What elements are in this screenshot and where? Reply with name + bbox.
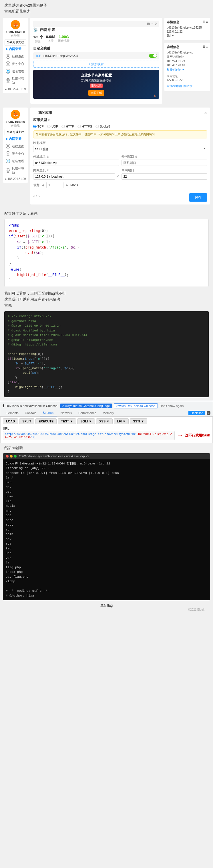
app-back-icon[interactable]: ← <box>33 111 37 115</box>
diag-wan-label: 外网访问地址 <box>167 55 208 59</box>
cmd-line-2: listening on [any] 22 ... <box>6 466 207 471</box>
protocol-udp[interactable]: UDP <box>47 125 58 128</box>
cmd-line-15: run <box>6 527 207 532</box>
footer-watermark: ©2021 Blogit <box>4 608 209 611</box>
bandwidth-input[interactable] <box>46 182 63 188</box>
hackbar-xss-btn[interactable]: XSS ▼ <box>96 418 113 424</box>
push-btn-2[interactable]: 外观可以支收 <box>5 129 26 135</box>
protocol-tcp[interactable]: TCP <box>33 125 44 128</box>
add-mapping-btn[interactable]: + 添加映射 <box>33 61 159 68</box>
menu-item-service-1[interactable]: ⚙ 服务中心 <box>5 60 26 67</box>
menu-item-intranet-1[interactable]: 内网穿透 <box>5 45 26 53</box>
intro-line2: 首先配置花生壳 <box>4 9 209 14</box>
menu-item-intranet-2[interactable]: 内网穿透 <box>5 135 26 143</box>
menu-item-remote-1[interactable]: 🖥 远程桌面 <box>5 53 26 60</box>
menu-label-intranet-2: 内网穿透 <box>9 137 22 141</box>
menu-label-feedback-1: 反馈和帮助 <box>12 76 25 85</box>
tab-network[interactable]: Network <box>58 410 75 416</box>
local-clear-icon[interactable]: ✕ <box>116 175 119 179</box>
cmd-max-dot[interactable] <box>14 455 17 458</box>
stat-upload: 0.0/M 上传 <box>46 35 56 44</box>
push-btn-1[interactable]: 外观可以支收 <box>5 39 26 45</box>
hackbar-tab[interactable]: HackBar <box>188 411 205 415</box>
footer-text: 拿到flag <box>4 603 209 608</box>
menu-icon-remote-1: 🖥 <box>6 54 10 59</box>
protocol-http[interactable]: HTTP <box>61 125 74 128</box>
diag-link[interactable]: 前往检测端口和链接 <box>167 84 208 88</box>
cmd-line-4: ls / <box>6 475 207 480</box>
radio-http <box>61 125 65 128</box>
analysis-text: 我们可以看到，正则匹配到flag就不行 这里我们可以利用反弹shell来解决 首… <box>0 288 213 310</box>
form-input-local-port[interactable] <box>122 173 208 180</box>
bandwidth-right-icon[interactable]: ▶ <box>66 183 68 187</box>
menu-item-feedback-1[interactable]: 💬 反馈和帮助 <box>5 75 26 86</box>
t1-line17: } <box>8 390 205 394</box>
ad-learn-more-btn[interactable]: 立即了解 <box>88 90 104 96</box>
t1-line4: # @Last Modified by: hixa <box>8 328 205 333</box>
hackbar-sqli-btn[interactable]: SQLI ▼ <box>77 418 95 424</box>
menu-label-service-1: 服务中心 <box>12 62 24 66</box>
menu-label-feedback-2: 反馈和帮助 <box>12 166 25 175</box>
hackbar-load-btn[interactable]: LOAD <box>3 418 18 424</box>
hackbar-test-btn[interactable]: TEST ▼ <box>58 418 76 424</box>
stat-tunnels-val: 1/2 个 <box>33 35 43 40</box>
diag-more[interactable]: 和其他地址 ▼ <box>167 68 208 72</box>
stat-tunnels-label: 隧道 <box>33 40 43 44</box>
hackbar-split-btn[interactable]: SPLIT <box>19 418 34 424</box>
analysis-line1: 我们可以看到，正则匹配到flag就不行 <box>4 290 209 297</box>
cmd-line-25: cat flag.php <box>6 575 207 580</box>
panel-icon-grid[interactable]: ⊞ <box>147 22 150 26</box>
devtools-container: ℹ DevTools is now available in Chinese! … <box>0 400 213 443</box>
menu-item-feedback-2[interactable]: 💬 反馈和帮助 <box>5 165 26 176</box>
hackbar-ssti-btn[interactable]: SSTI ▼ <box>130 418 147 424</box>
form-label-local: 内网主机 ⊙ <box>33 168 119 173</box>
menu-item-service-2[interactable]: ⚙ 服务中心 <box>5 150 26 157</box>
cmd-line-16: sbin <box>6 532 207 537</box>
user-id-2: 18387104960 <box>5 120 26 124</box>
hackbar-url-display: http://875db24a-f4b0-4435-a6a1-8d0e6b14c… <box>3 431 175 440</box>
stat-traffic: 1.00G 剩余流量 <box>58 35 69 44</box>
ip-label-1: ● 183.224.81.99 <box>5 88 26 91</box>
url-end: "); <box>31 436 36 439</box>
hackbar-execute-btn[interactable]: EXECUTE <box>35 418 57 424</box>
mapping-toggle[interactable] <box>149 54 157 58</box>
protocol-socks5[interactable]: Socks5 <box>95 125 110 128</box>
mapping-type-select[interactable]: SSH 服务 <box>33 146 207 152</box>
sidebar-panel-2: 🦊 18387104960 体验版 外观可以支收 内网穿透 🖥 远程桌面 ⚙ 服… <box>3 107 28 207</box>
tab-performance[interactable]: Performance <box>75 410 99 416</box>
form-input-domain[interactable] <box>33 160 119 166</box>
user-label-1: 体验版 <box>5 34 26 38</box>
t1-line16: highlight_file(__FILE__); <box>8 385 205 390</box>
t1-line11: $c = $_GET['c']; <box>8 361 205 366</box>
hackbar-lfi-btn[interactable]: LFI ▼ <box>114 418 129 424</box>
t1-line1: # -*- coding: utf-8 -*- <box>8 314 205 319</box>
tab-sources[interactable]: Sources <box>40 409 57 416</box>
panel-icon-minus[interactable]: − <box>151 22 153 26</box>
menu-item-domain-1[interactable]: 🌐 域名管理 <box>5 67 26 75</box>
form-input-local[interactable] <box>33 173 115 180</box>
tab-memory[interactable]: Memory <box>100 410 117 416</box>
ip-label-2: ● 183.224.81.99 <box>5 177 26 181</box>
t1-line6: # @email: hixa@ctfer.com <box>8 338 205 343</box>
cmd-window-controls <box>6 455 17 458</box>
form-input-wan-port[interactable] <box>122 160 208 166</box>
protocol-https[interactable]: HTTPS <box>78 125 92 128</box>
panel-icon-close[interactable]: ✕ <box>155 22 157 26</box>
dont-show-again-btn[interactable]: Don't show again <box>159 404 184 407</box>
app-close-icon[interactable]: ✕ <box>204 111 207 115</box>
match-chrome-language-btn[interactable]: Always match Chrome's language <box>60 404 112 408</box>
t1-line7: # @Blog: https://ctfer.com <box>8 342 205 347</box>
cmd-line-12: opt <box>6 513 207 518</box>
bandwidth-left-icon[interactable]: ◀ <box>42 183 44 187</box>
menu-item-remote-2[interactable]: 🖥 远程桌面 <box>5 143 26 150</box>
save-button[interactable]: 保存 <box>189 193 207 202</box>
tab-console[interactable]: Console <box>22 410 39 416</box>
tab-elements[interactable]: Elements <box>3 410 22 416</box>
menu-item-domain-2[interactable]: 🌐 域名管理 <box>5 157 26 165</box>
cmd-close-dot[interactable] <box>6 455 8 458</box>
cmd-min-dot[interactable] <box>10 455 12 458</box>
diag-domain: u48139u441.qicp.vip <box>167 51 208 54</box>
switch-devtools-chinese-btn[interactable]: Switch DevTools to Chinese <box>114 403 158 408</box>
cmd-line-5: bin <box>6 480 207 485</box>
code-line-10: highlight_file(__FILE__); <box>9 272 204 278</box>
